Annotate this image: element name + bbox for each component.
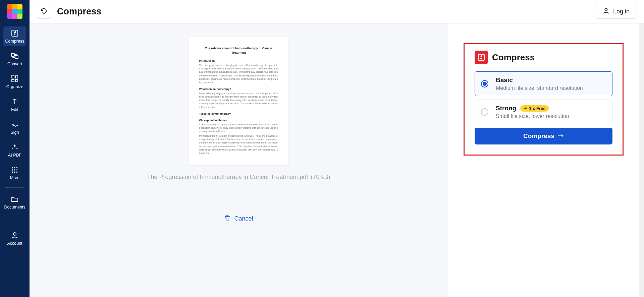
filename-label: The Progression of Immunotherapy in Canc… xyxy=(147,174,308,181)
sidebar-item-convert[interactable]: Convert xyxy=(3,49,26,69)
undo-icon xyxy=(40,7,48,16)
trash-icon xyxy=(224,214,231,223)
sidebar-item-label: Compress xyxy=(5,39,24,44)
topbar: Compress Log in xyxy=(30,0,644,23)
file-info: The Progression of Immunotherapy in Canc… xyxy=(147,174,330,181)
svg-rect-1 xyxy=(11,53,14,56)
preview-pane: The Advancement of Immunotherapy in Canc… xyxy=(30,23,448,297)
arrow-right-icon xyxy=(558,132,564,140)
sidebar-item-label: Sign xyxy=(10,130,19,135)
badge-label: 1 x Free xyxy=(529,106,545,111)
svg-point-17 xyxy=(605,8,607,11)
panel-title: Compress xyxy=(492,52,535,63)
compress-button-label: Compress xyxy=(523,132,554,140)
pro-badge: 1 x Free xyxy=(520,105,549,112)
crown-icon xyxy=(524,106,528,110)
option-basic[interactable]: Basic Medium file size, standard resolut… xyxy=(475,71,612,96)
option-desc: Small file size, lower resolution xyxy=(496,113,606,119)
compress-icon xyxy=(10,29,19,38)
sidebar-item-organize[interactable]: Organize xyxy=(3,72,26,92)
sidebar-item-more[interactable]: More xyxy=(3,163,26,183)
svg-rect-6 xyxy=(15,79,18,82)
option-strong[interactable]: Strong 1 x Free Small file size, lower r… xyxy=(475,100,612,124)
radio-basic[interactable] xyxy=(481,80,488,87)
cancel-label: Cancel xyxy=(234,215,253,222)
sparkle-icon xyxy=(10,143,19,152)
option-title: Strong xyxy=(496,105,516,112)
svg-rect-18 xyxy=(478,54,484,60)
compress-panel-icon xyxy=(475,51,488,64)
sidebar-item-sign[interactable]: Sign xyxy=(3,118,26,137)
svg-point-12 xyxy=(16,169,18,171)
grid-dots-icon xyxy=(10,166,19,174)
sidebar-divider xyxy=(5,187,24,188)
svg-point-10 xyxy=(12,169,13,171)
login-button[interactable]: Log in xyxy=(596,5,636,19)
convert-icon xyxy=(10,52,19,60)
svg-point-11 xyxy=(14,169,15,171)
svg-rect-2 xyxy=(15,56,18,59)
login-label: Log in xyxy=(613,8,630,15)
svg-rect-3 xyxy=(12,76,14,78)
undo-button[interactable] xyxy=(37,5,51,19)
sidebar-item-edit[interactable]: Edit xyxy=(3,95,26,114)
sign-icon xyxy=(10,120,19,129)
organize-icon xyxy=(10,74,19,83)
sidebar-item-label: Edit xyxy=(11,107,18,112)
sidebar-item-aipdf[interactable]: AI PDF xyxy=(3,140,26,160)
compress-button[interactable]: Compress xyxy=(475,128,612,144)
sidebar-item-label: Organize xyxy=(6,84,23,89)
sidebar: Compress Convert Organize Edit Sign xyxy=(0,0,30,297)
sidebar-item-label: AI PDF xyxy=(8,153,21,158)
radio-strong[interactable] xyxy=(481,108,488,116)
account-icon xyxy=(10,231,19,240)
document-thumbnail[interactable]: The Advancement of Immunotherapy in Canc… xyxy=(189,37,288,165)
svg-point-15 xyxy=(16,172,18,173)
svg-rect-5 xyxy=(12,79,14,82)
sidebar-item-label: Documents xyxy=(4,205,25,210)
user-icon xyxy=(602,7,610,16)
svg-point-16 xyxy=(13,233,16,235)
scrollbar[interactable] xyxy=(639,23,644,297)
svg-point-9 xyxy=(16,167,18,169)
options-pane: Compress Basic Medium file size, standar… xyxy=(448,23,639,297)
sidebar-item-documents[interactable]: Documents xyxy=(3,192,26,212)
sidebar-item-label: More xyxy=(10,176,19,180)
doc-preview-title: The Advancement of Immunotherapy in Canc… xyxy=(199,46,278,55)
sidebar-item-label: Account xyxy=(7,241,22,246)
cancel-button[interactable]: Cancel xyxy=(224,214,253,223)
sidebar-item-label: Convert xyxy=(7,62,22,66)
svg-point-14 xyxy=(14,172,15,173)
sidebar-item-account[interactable]: Account xyxy=(3,229,26,248)
svg-point-7 xyxy=(12,167,13,169)
svg-point-13 xyxy=(12,172,13,173)
compress-panel: Compress Basic Medium file size, standar… xyxy=(464,43,624,156)
option-title: Basic xyxy=(496,76,513,84)
option-desc: Medium file size, standard resolution xyxy=(496,85,606,91)
app-logo xyxy=(7,4,22,19)
sidebar-item-compress[interactable]: Compress xyxy=(3,26,26,46)
svg-point-8 xyxy=(14,167,15,169)
folder-icon xyxy=(10,195,19,203)
filesize-label: (70 kB) xyxy=(311,174,330,181)
svg-rect-0 xyxy=(12,30,18,36)
svg-rect-4 xyxy=(15,76,18,78)
page-title: Compress xyxy=(57,6,101,17)
edit-icon xyxy=(10,97,19,106)
